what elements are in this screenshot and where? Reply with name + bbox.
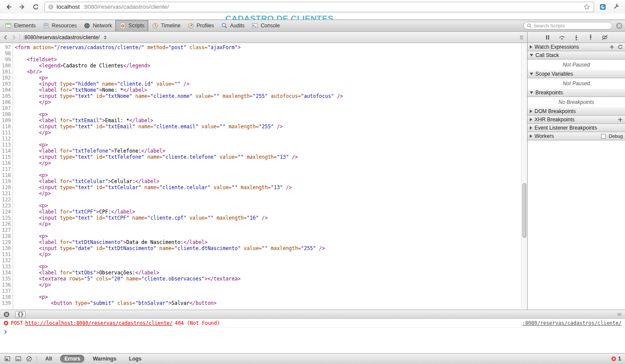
tab-elements[interactable]: Elements: [1, 20, 39, 31]
tab-timeline[interactable]: Timeline: [148, 20, 184, 31]
tab-console[interactable]: Console: [248, 20, 283, 31]
line-number[interactable]: 110: [0, 124, 11, 130]
clear-console-icon[interactable]: [26, 355, 33, 362]
line-number[interactable]: 120: [0, 184, 11, 190]
file-dropdown-stepper-icon[interactable]: [103, 35, 108, 40]
forward-button[interactable]: [17, 2, 27, 12]
code-lines[interactable]: <form action="/reservas/cadastros/client…: [13, 43, 527, 310]
scrollbar-thumb[interactable]: [522, 183, 526, 238]
dock-devtools-icon[interactable]: [4, 355, 11, 362]
line-number[interactable]: 129: [0, 239, 11, 245]
extension-icon[interactable]: [598, 2, 608, 12]
line-number[interactable]: 132: [0, 257, 11, 264]
refresh-watch-expressions-icon[interactable]: [618, 44, 623, 50]
console-input-row[interactable]: [0, 328, 625, 336]
line-number[interactable]: 106: [0, 99, 11, 105]
line-number[interactable]: 104: [0, 87, 11, 93]
close-devtools-button[interactable]: [616, 23, 622, 29]
tab-profiles[interactable]: Profiles: [184, 20, 217, 31]
line-number[interactable]: 121: [0, 190, 11, 197]
tab-audits[interactable]: Audits: [217, 20, 248, 31]
sidebar-section-workers[interactable]: Workers Debug: [528, 132, 625, 140]
line-number[interactable]: 119: [0, 178, 11, 184]
sidebar-section-dom-breakpoints[interactable]: DOM Breakpoints: [528, 107, 625, 116]
search-input[interactable]: [534, 23, 609, 28]
deactivate-breakpoints-icon[interactable]: [602, 34, 608, 41]
line-number[interactable]: 103: [0, 81, 11, 87]
back-button[interactable]: [4, 2, 13, 12]
tab-network[interactable]: Network: [80, 20, 115, 31]
line-number[interactable]: 128: [0, 233, 11, 239]
step-into-icon[interactable]: [573, 34, 580, 41]
sidebar-section-watch-expressions[interactable]: Watch Expressions: [528, 43, 625, 51]
drawer-grip-icon[interactable]: [617, 312, 622, 317]
line-number[interactable]: 113: [0, 142, 11, 148]
sidebar-section-call-stack[interactable]: Call Stack: [528, 51, 625, 60]
line-number[interactable]: 98: [0, 50, 11, 57]
pause-on-exceptions-icon[interactable]: [3, 311, 10, 318]
sidebar-section-event-listener-breakpoints[interactable]: Event Listener Breakpoints: [528, 124, 625, 132]
line-number[interactable]: 117: [0, 166, 11, 172]
pane-grip-icon[interactable]: [519, 35, 524, 40]
line-number[interactable]: 99: [0, 57, 11, 63]
line-number[interactable]: 139: [0, 300, 11, 306]
line-number[interactable]: 101: [0, 69, 11, 75]
filter-all[interactable]: All: [41, 355, 56, 363]
step-out-icon[interactable]: [587, 34, 594, 41]
line-number[interactable]: 100: [0, 63, 11, 69]
line-number[interactable]: 102: [0, 75, 11, 81]
line-number[interactable]: 131: [0, 251, 11, 257]
line-number[interactable]: 108: [0, 111, 11, 117]
line-number[interactable]: 137: [0, 288, 11, 294]
step-over-icon[interactable]: [558, 34, 565, 41]
sidebar-section-scope-variables[interactable]: Scope Variables: [528, 70, 625, 78]
search-scripts-box[interactable]: [523, 22, 612, 30]
current-file-path[interactable]: :8080/reservas/cadastros/cliente/: [23, 34, 100, 40]
line-number[interactable]: 122: [0, 197, 11, 203]
line-number[interactable]: 130: [0, 245, 11, 251]
line-number[interactable]: 105: [0, 93, 11, 99]
line-number[interactable]: 127: [0, 227, 11, 233]
line-number[interactable]: 112: [0, 136, 11, 142]
line-number[interactable]: 111: [0, 130, 11, 136]
bookmark-star-icon[interactable]: [583, 3, 590, 10]
sidebar-section-xhr-breakpoints[interactable]: XHR Breakpoints: [528, 116, 625, 124]
line-number[interactable]: 123: [0, 203, 11, 209]
address-bar[interactable]: localhost:8080/reservas/cadastros/client…: [44, 2, 594, 12]
line-number[interactable]: 114: [0, 148, 11, 154]
line-number[interactable]: 134: [0, 270, 11, 276]
error-count-badge[interactable]: 1: [611, 356, 621, 362]
error-source-link[interactable]: :8080/reservas/cadastros/cliente/: [522, 320, 622, 326]
line-number[interactable]: 97: [0, 44, 11, 50]
vertical-scrollbar[interactable]: [521, 43, 527, 310]
file-back-icon[interactable]: [3, 35, 8, 40]
line-number[interactable]: 107: [0, 105, 11, 111]
line-number[interactable]: 118: [0, 172, 11, 178]
tab-scripts[interactable]: Scripts: [115, 20, 148, 31]
wrench-menu-icon[interactable]: [612, 2, 621, 12]
filter-errors[interactable]: Errors: [60, 355, 84, 363]
toggle-console-icon[interactable]: [15, 355, 22, 362]
line-number[interactable]: 115: [0, 154, 11, 160]
line-number[interactable]: 125: [0, 215, 11, 221]
reload-button[interactable]: [31, 2, 40, 12]
line-number[interactable]: 126: [0, 221, 11, 227]
error-url-link[interactable]: http://localhost:8080/reservas/cadastros…: [25, 320, 173, 326]
file-forward-icon[interactable]: [11, 35, 17, 40]
line-number[interactable]: 136: [0, 282, 11, 288]
tab-resources[interactable]: Resources: [39, 20, 80, 31]
line-number[interactable]: 124: [0, 209, 11, 215]
add-xhr-breakpoint-icon[interactable]: [618, 117, 623, 122]
filter-warnings[interactable]: Warnings: [88, 355, 120, 363]
pretty-print-button[interactable]: {}: [15, 311, 26, 318]
add-watch-expression-icon[interactable]: [609, 44, 615, 50]
line-number[interactable]: 109: [0, 117, 11, 124]
line-number[interactable]: 116: [0, 160, 11, 166]
line-number[interactable]: 138: [0, 294, 11, 300]
line-number[interactable]: 133: [0, 264, 11, 270]
pause-script-icon[interactable]: [544, 34, 551, 41]
sidebar-section-breakpoints[interactable]: Breakpoints: [528, 89, 625, 97]
line-number[interactable]: 135: [0, 276, 11, 282]
workers-debug-checkbox[interactable]: [601, 134, 606, 139]
filter-logs[interactable]: Logs: [125, 355, 146, 363]
